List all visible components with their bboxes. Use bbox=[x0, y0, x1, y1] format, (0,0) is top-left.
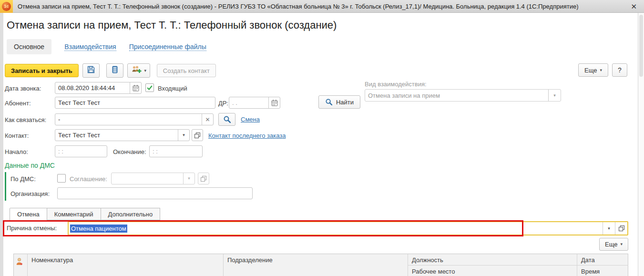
toolbar: Записать и закрыть bbox=[5, 63, 216, 78]
end-label: Окончание: bbox=[113, 148, 146, 155]
dms-section-title: Данные по ДМС bbox=[5, 162, 55, 169]
subscriber-label: Абонент: bbox=[5, 100, 31, 107]
check-icon bbox=[146, 84, 153, 91]
open-form-icon[interactable] bbox=[615, 222, 627, 235]
add-contact-menu-button[interactable]: ▾ bbox=[127, 63, 150, 78]
call-date-input[interactable] bbox=[55, 82, 130, 93]
tab-cancel[interactable]: Отмена bbox=[10, 208, 47, 221]
subscriber-field bbox=[55, 97, 215, 109]
by-dms-label: По ДМС: bbox=[10, 175, 36, 183]
1c-logo-icon: 1с bbox=[2, 2, 11, 11]
incoming-checkbox[interactable] bbox=[145, 83, 154, 92]
list-icon bbox=[111, 65, 119, 76]
column-header-date[interactable]: Дата bbox=[577, 254, 628, 266]
chevron-down-icon: ▾ bbox=[620, 242, 623, 246]
cancel-reason-combo: Отмена пациентом ▾ bbox=[68, 221, 628, 235]
column-header-department[interactable]: Подразделение bbox=[224, 254, 408, 266]
close-icon[interactable]: ✕ bbox=[628, 1, 639, 12]
chevron-down-icon[interactable]: ▾ bbox=[183, 173, 194, 184]
table-more-button[interactable]: Еще ▾ bbox=[599, 238, 628, 251]
start-field bbox=[55, 145, 107, 157]
chevron-down-icon[interactable]: ▾ bbox=[178, 130, 189, 141]
by-dms-checkbox[interactable] bbox=[57, 174, 66, 183]
incoming-label: Входящий bbox=[158, 85, 187, 92]
organization-input[interactable] bbox=[58, 188, 252, 199]
help-button[interactable]: ? bbox=[612, 63, 627, 77]
contact-combo: ▾ bbox=[55, 129, 190, 141]
open-agreement-button[interactable] bbox=[198, 173, 209, 184]
contact-how-input[interactable] bbox=[55, 114, 202, 125]
dms-section-bar bbox=[5, 172, 6, 201]
birthdate-label: ДР: bbox=[218, 100, 228, 107]
calendar-icon[interactable] bbox=[268, 97, 280, 108]
tab-additional[interactable]: Дополнительно bbox=[101, 208, 161, 220]
end-field bbox=[149, 145, 203, 157]
agreement-label: Соглашение: bbox=[70, 175, 107, 183]
column-header-nomenclature[interactable]: Номенклатура bbox=[28, 254, 223, 266]
nav-tabs: Основное Взаимодействия Присоединенные ф… bbox=[7, 40, 206, 54]
more-button[interactable]: Еще ▾ bbox=[578, 63, 608, 77]
open-form-icon bbox=[194, 132, 201, 139]
tab-comment[interactable]: Комментарий bbox=[47, 208, 101, 220]
chevron-down-icon[interactable]: ▾ bbox=[548, 90, 561, 101]
reports-list-button[interactable] bbox=[106, 63, 123, 78]
interaction-type-input[interactable] bbox=[365, 90, 548, 101]
chevron-down-icon[interactable]: ▾ bbox=[603, 222, 615, 235]
last-order-contact-link[interactable]: Контакт последнего заказа bbox=[208, 132, 286, 139]
tab-attached-files[interactable]: Присоединенные файлы bbox=[129, 43, 206, 51]
window-titlebar: 1с Отмена записи на прием, Тест Т. Т.: Т… bbox=[0, 0, 644, 13]
call-date-label: Дата звонка: bbox=[5, 85, 41, 92]
search-icon bbox=[325, 98, 333, 106]
save-button[interactable] bbox=[82, 63, 100, 78]
shift-link[interactable]: Смена bbox=[241, 116, 260, 123]
column-header-time[interactable]: Время bbox=[577, 266, 628, 276]
chevron-down-icon: ▾ bbox=[144, 69, 147, 73]
app-logo-icon: 1с bbox=[0, 0, 13, 13]
services-table: Номенклатура Подразделение Должность Раб… bbox=[13, 254, 628, 276]
left-margin-strip bbox=[0, 13, 3, 276]
birthdate-field bbox=[229, 97, 280, 109]
floppy-disk-icon bbox=[87, 65, 95, 76]
interaction-type-combo: ▾ bbox=[365, 89, 561, 102]
column-header-position[interactable]: Должность bbox=[408, 254, 577, 266]
organization-label: Организация: bbox=[10, 190, 50, 197]
create-contact-button[interactable]: Создать контакт bbox=[157, 64, 216, 77]
subscriber-input[interactable] bbox=[55, 97, 215, 108]
person-icon bbox=[15, 257, 24, 266]
calendar-icon[interactable] bbox=[130, 82, 141, 93]
vertical-scrollbar[interactable] bbox=[638, 13, 644, 276]
save-and-close-button[interactable]: Записать и закрыть bbox=[5, 64, 79, 77]
page-title: Отмена записи на прием, Тест Т. Т.: Теле… bbox=[7, 19, 337, 31]
selected-text: Отмена пациентом bbox=[70, 225, 127, 233]
column-header-workplace[interactable]: Рабочее место bbox=[408, 266, 577, 276]
contact-how-label: Как связаться: bbox=[5, 116, 46, 123]
start-input[interactable] bbox=[55, 146, 107, 157]
end-input[interactable] bbox=[150, 146, 202, 157]
clear-icon[interactable]: ✕ bbox=[202, 114, 213, 125]
contact-how-field: ✕ bbox=[55, 113, 214, 125]
open-form-icon bbox=[200, 175, 207, 182]
open-contact-button[interactable] bbox=[192, 129, 203, 141]
search-contact-button[interactable] bbox=[218, 113, 235, 126]
contact-label: Контакт: bbox=[5, 132, 29, 139]
birthdate-input[interactable] bbox=[229, 97, 268, 108]
chevron-down-icon: ▾ bbox=[600, 68, 602, 72]
tab-interactions[interactable]: Взаимодействия bbox=[64, 43, 116, 51]
interaction-type-label: Вид взаимодействия: bbox=[365, 81, 427, 88]
app-window: 1с Отмена записи на прием, Тест Т. Т.: Т… bbox=[0, 0, 644, 276]
window-title: Отмена записи на прием, Тест Т. Т.: Теле… bbox=[18, 3, 578, 10]
cancel-reason-input[interactable]: Отмена пациентом bbox=[69, 222, 603, 235]
tab-main[interactable]: Основное bbox=[7, 39, 51, 54]
scrollbar-thumb[interactable] bbox=[639, 15, 643, 77]
organization-field bbox=[57, 187, 253, 199]
agreement-input[interactable] bbox=[112, 173, 183, 184]
search-icon bbox=[223, 115, 231, 123]
call-date-field bbox=[55, 82, 142, 94]
bottom-tabs: Отмена Комментарий Дополнительно bbox=[10, 208, 160, 221]
person-column-header[interactable] bbox=[14, 255, 27, 269]
agreement-combo: ▾ bbox=[111, 173, 195, 184]
start-label: Начало: bbox=[5, 148, 28, 155]
contact-input[interactable] bbox=[55, 130, 178, 141]
toolbar-right: Еще ▾ ? bbox=[578, 63, 627, 77]
find-button[interactable]: Найти bbox=[318, 95, 360, 109]
